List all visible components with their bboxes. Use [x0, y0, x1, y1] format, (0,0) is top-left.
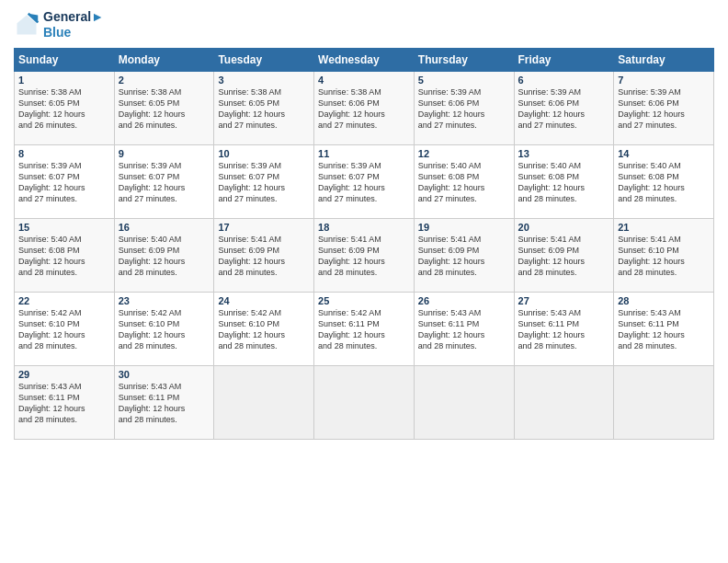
col-header-tuesday: Tuesday [214, 48, 314, 71]
calendar-cell: 30 Sunrise: 5:43 AMSunset: 6:11 PMDaylig… [114, 365, 214, 439]
calendar-cell: 29 Sunrise: 5:43 AMSunset: 6:11 PMDaylig… [15, 365, 115, 439]
day-info: Sunrise: 5:39 AMSunset: 6:07 PMDaylight:… [18, 161, 85, 203]
calendar-cell: 16 Sunrise: 5:40 AMSunset: 6:09 PMDaylig… [114, 218, 214, 292]
day-number: 29 [18, 369, 110, 380]
calendar-cell: 3 Sunrise: 5:38 AMSunset: 6:05 PMDayligh… [214, 71, 314, 144]
day-info: Sunrise: 5:42 AMSunset: 6:10 PMDaylight:… [218, 308, 285, 350]
day-number: 28 [618, 295, 710, 306]
day-number: 14 [618, 148, 710, 159]
day-number: 5 [418, 75, 510, 86]
calendar-cell: 2 Sunrise: 5:38 AMSunset: 6:05 PMDayligh… [114, 71, 214, 144]
day-info: Sunrise: 5:41 AMSunset: 6:09 PMDaylight:… [418, 235, 485, 277]
calendar-cell: 10 Sunrise: 5:39 AMSunset: 6:07 PMDaylig… [214, 144, 314, 218]
calendar-cell: 6 Sunrise: 5:39 AMSunset: 6:06 PMDayligh… [514, 71, 614, 144]
day-number: 6 [518, 75, 610, 86]
day-info: Sunrise: 5:40 AMSunset: 6:08 PMDaylight:… [418, 161, 485, 203]
day-info: Sunrise: 5:41 AMSunset: 6:10 PMDaylight:… [618, 235, 685, 277]
calendar-cell: 14 Sunrise: 5:40 AMSunset: 6:08 PMDaylig… [614, 144, 714, 218]
day-number: 17 [218, 222, 310, 233]
calendar-cell: 18 Sunrise: 5:41 AMSunset: 6:09 PMDaylig… [314, 218, 415, 292]
calendar-cell: 12 Sunrise: 5:40 AMSunset: 6:08 PMDaylig… [414, 144, 514, 218]
day-info: Sunrise: 5:41 AMSunset: 6:09 PMDaylight:… [218, 235, 285, 277]
calendar-cell: 27 Sunrise: 5:43 AMSunset: 6:11 PMDaylig… [514, 292, 614, 365]
week-row-2: 8 Sunrise: 5:39 AMSunset: 6:07 PMDayligh… [15, 144, 714, 218]
day-number: 8 [18, 148, 110, 159]
calendar-table: SundayMondayTuesdayWednesdayThursdayFrid… [14, 48, 714, 440]
day-number: 30 [119, 369, 210, 380]
logo-text: General► Blue [43, 9, 104, 40]
day-info: Sunrise: 5:42 AMSunset: 6:10 PMDaylight:… [18, 308, 85, 350]
calendar-cell [314, 365, 415, 439]
col-header-thursday: Thursday [414, 48, 514, 71]
logo: General► Blue [14, 9, 104, 40]
day-info: Sunrise: 5:39 AMSunset: 6:07 PMDaylight:… [318, 161, 385, 203]
day-info: Sunrise: 5:40 AMSunset: 6:08 PMDaylight:… [518, 161, 586, 203]
day-number: 11 [318, 148, 410, 159]
day-info: Sunrise: 5:43 AMSunset: 6:11 PMDaylight:… [518, 308, 586, 350]
week-row-4: 22 Sunrise: 5:42 AMSunset: 6:10 PMDaylig… [15, 292, 714, 365]
day-number: 15 [18, 222, 110, 233]
calendar-cell: 22 Sunrise: 5:42 AMSunset: 6:10 PMDaylig… [15, 292, 115, 365]
calendar-cell: 4 Sunrise: 5:38 AMSunset: 6:06 PMDayligh… [314, 71, 415, 144]
day-info: Sunrise: 5:38 AMSunset: 6:05 PMDaylight:… [218, 87, 285, 130]
calendar-cell [414, 365, 514, 439]
calendar-cell: 21 Sunrise: 5:41 AMSunset: 6:10 PMDaylig… [614, 218, 714, 292]
col-header-monday: Monday [114, 48, 214, 71]
day-info: Sunrise: 5:39 AMSunset: 6:07 PMDaylight:… [218, 161, 285, 203]
day-info: Sunrise: 5:42 AMSunset: 6:10 PMDaylight:… [119, 308, 186, 350]
calendar-cell: 17 Sunrise: 5:41 AMSunset: 6:09 PMDaylig… [214, 218, 314, 292]
day-number: 27 [518, 295, 610, 306]
day-info: Sunrise: 5:40 AMSunset: 6:08 PMDaylight:… [18, 235, 85, 277]
calendar-cell: 24 Sunrise: 5:42 AMSunset: 6:10 PMDaylig… [214, 292, 314, 365]
day-info: Sunrise: 5:38 AMSunset: 6:05 PMDaylight:… [18, 87, 85, 130]
week-row-3: 15 Sunrise: 5:40 AMSunset: 6:08 PMDaylig… [15, 218, 714, 292]
day-number: 4 [318, 75, 410, 86]
calendar-body: 1 Sunrise: 5:38 AMSunset: 6:05 PMDayligh… [15, 71, 714, 439]
day-number: 13 [518, 148, 610, 159]
day-number: 12 [418, 148, 510, 159]
day-info: Sunrise: 5:40 AMSunset: 6:09 PMDaylight:… [119, 235, 186, 277]
day-number: 18 [318, 222, 410, 233]
day-number: 1 [18, 75, 110, 86]
calendar-cell: 13 Sunrise: 5:40 AMSunset: 6:08 PMDaylig… [514, 144, 614, 218]
calendar-cell: 20 Sunrise: 5:41 AMSunset: 6:09 PMDaylig… [514, 218, 614, 292]
day-info: Sunrise: 5:43 AMSunset: 6:11 PMDaylight:… [618, 308, 685, 350]
day-info: Sunrise: 5:39 AMSunset: 6:06 PMDaylight:… [418, 87, 485, 130]
logo-icon [14, 12, 40, 38]
page: General► Blue SundayMondayTuesdayWednesd… [0, 0, 728, 563]
day-number: 24 [218, 295, 310, 306]
calendar-cell: 25 Sunrise: 5:42 AMSunset: 6:11 PMDaylig… [314, 292, 415, 365]
calendar-header-row: SundayMondayTuesdayWednesdayThursdayFrid… [15, 48, 714, 71]
calendar-cell: 11 Sunrise: 5:39 AMSunset: 6:07 PMDaylig… [314, 144, 415, 218]
day-info: Sunrise: 5:43 AMSunset: 6:11 PMDaylight:… [418, 308, 485, 350]
day-number: 16 [119, 222, 210, 233]
calendar-cell [614, 365, 714, 439]
day-info: Sunrise: 5:38 AMSunset: 6:05 PMDaylight:… [119, 87, 186, 130]
day-info: Sunrise: 5:39 AMSunset: 6:06 PMDaylight:… [618, 87, 685, 130]
day-number: 3 [218, 75, 310, 86]
week-row-5: 29 Sunrise: 5:43 AMSunset: 6:11 PMDaylig… [15, 365, 714, 439]
calendar-cell: 28 Sunrise: 5:43 AMSunset: 6:11 PMDaylig… [614, 292, 714, 365]
calendar-cell: 7 Sunrise: 5:39 AMSunset: 6:06 PMDayligh… [614, 71, 714, 144]
col-header-sunday: Sunday [15, 48, 115, 71]
day-number: 26 [418, 295, 510, 306]
calendar-cell: 26 Sunrise: 5:43 AMSunset: 6:11 PMDaylig… [414, 292, 514, 365]
day-info: Sunrise: 5:42 AMSunset: 6:11 PMDaylight:… [318, 308, 385, 350]
col-header-saturday: Saturday [614, 48, 714, 71]
col-header-wednesday: Wednesday [314, 48, 415, 71]
calendar-cell: 15 Sunrise: 5:40 AMSunset: 6:08 PMDaylig… [15, 218, 115, 292]
day-info: Sunrise: 5:41 AMSunset: 6:09 PMDaylight:… [518, 235, 586, 277]
calendar-cell: 8 Sunrise: 5:39 AMSunset: 6:07 PMDayligh… [15, 144, 115, 218]
calendar-cell [514, 365, 614, 439]
calendar-cell: 19 Sunrise: 5:41 AMSunset: 6:09 PMDaylig… [414, 218, 514, 292]
day-number: 21 [618, 222, 710, 233]
day-number: 20 [518, 222, 610, 233]
day-info: Sunrise: 5:43 AMSunset: 6:11 PMDaylight:… [119, 382, 186, 424]
calendar-cell: 5 Sunrise: 5:39 AMSunset: 6:06 PMDayligh… [414, 71, 514, 144]
calendar-cell: 1 Sunrise: 5:38 AMSunset: 6:05 PMDayligh… [15, 71, 115, 144]
day-number: 23 [119, 295, 210, 306]
col-header-friday: Friday [514, 48, 614, 71]
day-number: 19 [418, 222, 510, 233]
day-number: 2 [119, 75, 210, 86]
week-row-1: 1 Sunrise: 5:38 AMSunset: 6:05 PMDayligh… [15, 71, 714, 144]
